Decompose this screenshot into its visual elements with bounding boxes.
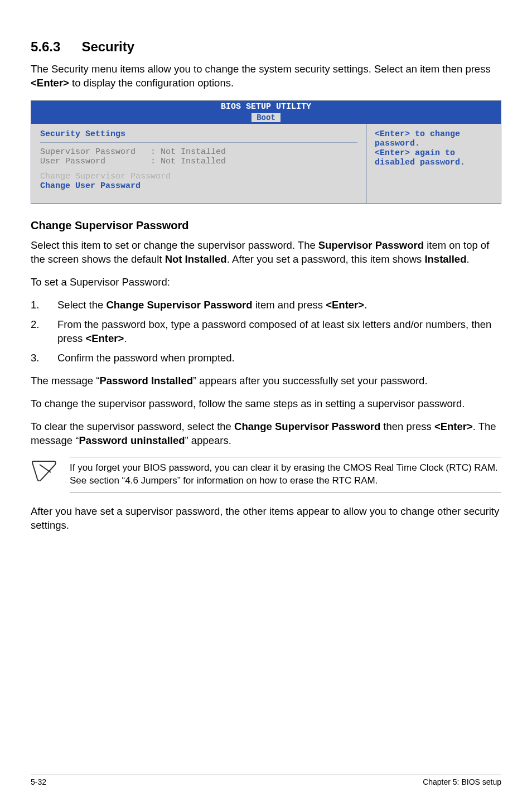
bios-help-pane: <Enter> to change password. <Enter> agai… — [367, 124, 501, 203]
text-fragment: . — [466, 253, 469, 265]
bios-screenshot: BIOS SETUP UTILITY Boot Security Setting… — [31, 100, 501, 204]
text-bold: <Enter> — [326, 299, 364, 311]
bios-help-line: <Enter> to change — [375, 129, 493, 139]
bios-row-value: : Not Installed — [151, 147, 226, 157]
text-fragment: Confirm the password when prompted. — [57, 352, 235, 364]
bios-row-user: User Password : Not Installed — [40, 157, 357, 166]
csp-para6: After you have set a supervisor password… — [31, 505, 501, 533]
intro-post: to display the configuration options. — [69, 77, 234, 89]
text-bold: Supervisor Password — [318, 239, 424, 251]
text-fragment: ” appears. — [185, 434, 231, 446]
text-fragment: . — [364, 299, 367, 311]
text-bold: Password Installed — [99, 375, 193, 386]
bios-titlebar: BIOS SETUP UTILITY Boot — [31, 101, 501, 124]
text-bold: Installed — [424, 253, 466, 265]
text-fragment: . After you set a password, this item sh… — [227, 253, 425, 265]
text-fragment: To clear the supervisor password, select… — [31, 421, 234, 432]
csp-para4: To change the supervisor password, follo… — [31, 397, 501, 411]
footer-chapter: Chapter 5: BIOS setup — [423, 777, 501, 786]
bios-tab-boot: Boot — [251, 113, 281, 123]
text-fragment: item and press — [253, 299, 326, 311]
csp-para2: To set a Supervisor Password: — [31, 276, 501, 289]
text-bold: Change Supervisor Password — [234, 421, 380, 432]
section-number: 5.6.3 — [31, 39, 60, 55]
csp-msg1: The message “Password Installed” appears… — [31, 374, 501, 388]
csp-para1: Select this item to set or change the su… — [31, 239, 501, 267]
text-bold: Password uninstalled — [79, 434, 185, 446]
section-title: Security — [81, 39, 134, 54]
bios-help-line: password. — [375, 139, 493, 148]
bios-change-user: Change User Passward — [40, 181, 357, 191]
bios-title: BIOS SETUP UTILITY — [221, 102, 311, 112]
bios-change-supervisor: Change Supervisor Password — [40, 172, 357, 181]
note-text: If you forget your BIOS password, you ca… — [70, 457, 501, 492]
note-block: If you forget your BIOS password, you ca… — [31, 457, 501, 492]
bios-body: Security Settings Supervisor Password : … — [31, 124, 501, 203]
bios-row-value: : Not Installed — [151, 157, 226, 166]
bios-row-label: User Password — [40, 157, 105, 166]
bios-security-settings-title: Security Settings — [40, 129, 357, 143]
note-icon — [31, 459, 57, 484]
change-supervisor-heading: Change Supervisor Password — [31, 219, 501, 232]
footer-page-number: 5-32 — [31, 777, 46, 786]
text-fragment: . — [124, 332, 127, 344]
bios-help-line: disabled password. — [375, 158, 493, 167]
text-fragment: ” appears after you successfully set you… — [193, 375, 428, 386]
text-fragment: then press — [380, 421, 434, 432]
page-footer: 5-32 Chapter 5: BIOS setup — [31, 775, 501, 786]
text-fragment: Select this item to set or change the su… — [31, 239, 318, 251]
text-bold: Not Installed — [165, 253, 227, 265]
text-fragment: The message “ — [31, 375, 99, 386]
bios-help-line: <Enter> again to — [375, 148, 493, 158]
intro-key: <Enter> — [31, 77, 69, 89]
intro-pre: The Security menu items allow you to cha… — [31, 63, 491, 75]
step-item: From the password box, type a password c… — [31, 318, 501, 346]
text-fragment: Select the — [57, 299, 106, 311]
csp-para5: To clear the supervisor password, select… — [31, 420, 501, 448]
text-bold: <Enter> — [434, 421, 473, 432]
step-item: Confirm the password when prompted. — [31, 351, 501, 365]
section-heading: 5.6.3Security — [31, 39, 501, 55]
text-bold: <Enter> — [85, 332, 124, 344]
bios-row-supervisor: Supervisor Password : Not Installed — [40, 147, 357, 157]
bios-row-label: Supervisor Password — [40, 147, 136, 157]
bios-left-pane: Security Settings Supervisor Password : … — [31, 124, 367, 203]
steps-list: Select the Change Supervisor Password it… — [31, 298, 501, 365]
step-item: Select the Change Supervisor Password it… — [31, 298, 501, 312]
intro-paragraph: The Security menu items allow you to cha… — [31, 62, 501, 90]
text-bold: Change Supervisor Password — [106, 299, 252, 311]
